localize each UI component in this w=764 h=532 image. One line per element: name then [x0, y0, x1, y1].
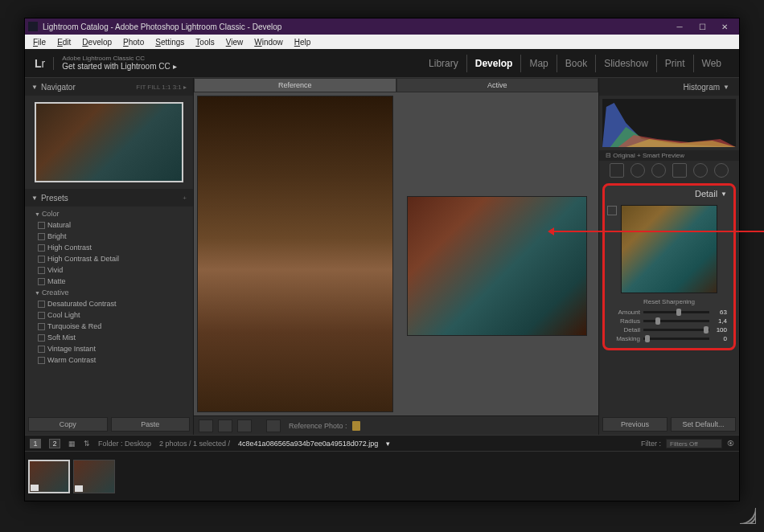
- preset-item[interactable]: Soft Mist: [25, 332, 193, 343]
- app-logo: Lr: [35, 57, 54, 70]
- identity[interactable]: Adobe Lightroom Classic CC Get started w…: [62, 55, 176, 72]
- crop-tool-icon[interactable]: [610, 163, 624, 178]
- radial-filter-icon[interactable]: [693, 163, 708, 178]
- folder-path[interactable]: Folder : Desktop: [98, 440, 151, 448]
- preset-item[interactable]: Desaturated Contrast: [25, 298, 193, 309]
- preset-item[interactable]: Cool Light: [25, 309, 193, 321]
- filter-dropdown[interactable]: Filters Off: [666, 439, 722, 448]
- menu-help[interactable]: Help: [290, 36, 316, 48]
- filmstrip-thumb[interactable]: [28, 460, 70, 493]
- preset-item[interactable]: High Contrast & Detail: [25, 253, 193, 264]
- preset-item[interactable]: Matte: [25, 276, 193, 287]
- menu-photo[interactable]: Photo: [118, 36, 149, 48]
- right-panel: Histogram▼ ⊟ Original + Smart Preview: [598, 78, 739, 435]
- photo-count: 2 photos / 1 selected /: [159, 440, 230, 448]
- edit-tools-strip[interactable]: [599, 161, 739, 180]
- page-2[interactable]: 2: [49, 439, 60, 448]
- module-web[interactable]: Web: [694, 55, 729, 72]
- preset-item[interactable]: Turquoise & Red: [25, 321, 193, 332]
- preset-item[interactable]: Vivid: [25, 264, 193, 276]
- menubar[interactable]: FileEditDevelopPhotoSettingsToolsViewWin…: [25, 35, 739, 49]
- swap-icon[interactable]: [266, 419, 281, 432]
- minimize-button[interactable]: ─: [668, 19, 691, 34]
- preview-status: ⊟ Original + Smart Preview: [599, 150, 739, 161]
- preset-item[interactable]: High Contrast: [25, 242, 193, 253]
- filter-lock-icon[interactable]: ⦿: [727, 440, 734, 448]
- redeye-icon[interactable]: [651, 163, 666, 178]
- module-book[interactable]: Book: [557, 55, 596, 72]
- left-panel: ▼Navigator FIT FILL 1:1 3:1 ▸ ▼Presets +…: [25, 78, 194, 435]
- menu-tools[interactable]: Tools: [191, 36, 219, 48]
- slider-masking[interactable]: Masking0: [605, 334, 733, 343]
- app-header: Lr Adobe Lightroom Classic CC Get starte…: [25, 49, 739, 78]
- reset-sharpening-label[interactable]: Reset Sharpening: [605, 298, 733, 305]
- menu-edit[interactable]: Edit: [52, 36, 76, 48]
- secondary-toolbar[interactable]: 1 2 ▦ ⇅ Folder : Desktop 2 photos / 1 se…: [25, 435, 739, 451]
- histogram-display[interactable]: [602, 99, 736, 147]
- window-title: Lightroom Catalog - Adobe Photoshop Ligh…: [43, 23, 281, 31]
- spot-removal-icon[interactable]: [631, 163, 645, 178]
- menu-develop[interactable]: Develop: [77, 36, 117, 48]
- navigator-header[interactable]: ▼Navigator FIT FILL 1:1 3:1 ▸: [25, 78, 193, 96]
- preset-group[interactable]: Creative: [25, 287, 193, 298]
- active-photo-view[interactable]: [396, 92, 599, 415]
- app-icon: [28, 22, 38, 31]
- tab-reference[interactable]: Reference: [194, 78, 396, 92]
- copy-button[interactable]: Copy: [28, 417, 108, 432]
- menu-window[interactable]: Window: [249, 36, 288, 48]
- module-print[interactable]: Print: [657, 55, 694, 72]
- detail-preview[interactable]: [621, 205, 717, 293]
- loupe-view-icon[interactable]: [199, 419, 213, 432]
- presets-header[interactable]: ▼Presets +: [25, 189, 193, 207]
- histogram-header[interactable]: Histogram▼: [599, 78, 739, 96]
- center-view: Reference Active Reference Photo :: [194, 78, 598, 435]
- sort-icon[interactable]: ⇅: [84, 440, 90, 448]
- module-map[interactable]: Map: [521, 55, 557, 72]
- preset-item[interactable]: Natural: [25, 219, 193, 231]
- module-slideshow[interactable]: Slideshow: [596, 55, 657, 72]
- close-button[interactable]: ✕: [713, 19, 736, 34]
- titlebar[interactable]: Lightroom Catalog - Adobe Photoshop Ligh…: [25, 18, 739, 35]
- preset-item[interactable]: Vintage Instant: [25, 343, 193, 354]
- slider-detail[interactable]: Detail100: [605, 325, 733, 334]
- menu-settings[interactable]: Settings: [150, 36, 189, 48]
- preset-group[interactable]: Color: [25, 208, 193, 219]
- presets-list[interactable]: ColorNaturalBrightHigh ContrastHigh Cont…: [25, 207, 193, 367]
- slider-amount[interactable]: Amount63: [605, 308, 733, 317]
- page-1[interactable]: 1: [30, 439, 41, 448]
- filmstrip-thumb[interactable]: [73, 460, 115, 493]
- navigator-zoom-options[interactable]: FIT FILL 1:1 3:1 ▸: [136, 84, 187, 91]
- tab-active[interactable]: Active: [396, 78, 599, 92]
- module-develop[interactable]: Develop: [467, 55, 522, 72]
- detail-header[interactable]: Detail▼: [605, 186, 733, 202]
- lock-icon[interactable]: [352, 421, 360, 431]
- preset-item[interactable]: Warm Contrast: [25, 354, 193, 366]
- add-preset-icon[interactable]: +: [183, 194, 187, 202]
- reference-view-icon[interactable]: [218, 419, 232, 432]
- graduated-filter-icon[interactable]: [672, 163, 687, 178]
- preset-item[interactable]: Bright: [25, 231, 193, 242]
- adjustment-brush-icon[interactable]: [714, 163, 729, 178]
- module-picker[interactable]: LibraryDevelopMapBookSlideshowPrintWeb: [421, 55, 729, 72]
- previous-button[interactable]: Previous: [602, 417, 667, 432]
- module-library[interactable]: Library: [421, 55, 467, 72]
- set-default-button[interactable]: Set Default...: [671, 417, 736, 432]
- menu-view[interactable]: View: [221, 36, 249, 48]
- detail-panel: Detail▼ Reset Sharpening Amount63Radius1…: [602, 183, 736, 350]
- filter-label: Filter :: [641, 440, 661, 448]
- grid-icon[interactable]: ▦: [68, 440, 76, 448]
- navigator-preview[interactable]: [25, 96, 193, 189]
- app-window: Lightroom Catalog - Adobe Photoshop Ligh…: [24, 18, 740, 501]
- center-toolbar[interactable]: Reference Photo :: [194, 415, 598, 435]
- filmstrip[interactable]: [25, 451, 739, 501]
- filename: 4c8e41a086565a934b7ee0a49518d072.jpg: [238, 440, 378, 448]
- menu-file[interactable]: File: [28, 36, 51, 48]
- maximize-button[interactable]: ☐: [691, 19, 713, 34]
- before-after-icon[interactable]: [237, 419, 252, 432]
- slider-radius[interactable]: Radius1,4: [605, 317, 733, 325]
- detail-picker-icon[interactable]: [607, 206, 617, 215]
- reference-photo-view[interactable]: [194, 92, 396, 415]
- reference-photo-label: Reference Photo :: [289, 422, 347, 430]
- paste-button[interactable]: Paste: [111, 417, 191, 432]
- corner-resize-icon: [724, 492, 756, 524]
